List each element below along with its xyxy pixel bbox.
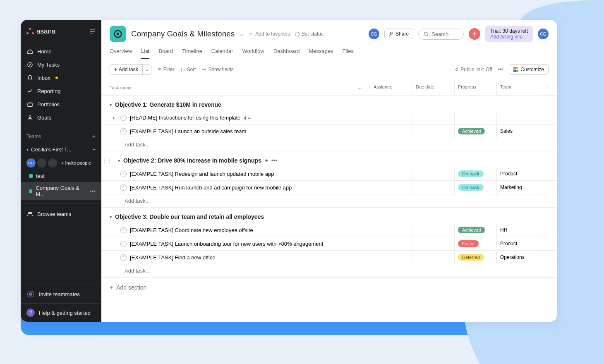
project-dropdown-chevron[interactable]: ⌄ [240,31,244,37]
project-title[interactable]: Company Goals & Milestones [131,29,235,38]
due-date-cell[interactable] [412,237,454,250]
tab-files[interactable]: Files [343,48,354,59]
progress-pill[interactable]: Failed [458,240,479,247]
complete-task-checkbox[interactable] [120,115,127,121]
team-cell[interactable] [496,111,539,124]
add-task-inline[interactable]: Add task... [101,194,557,208]
team-cell[interactable]: Product [496,237,539,250]
add-billing-link[interactable]: Add billing info [490,34,528,40]
project-item-test[interactable]: test [21,170,101,182]
add-task-to-section-icon[interactable]: + [265,157,268,164]
nav-inbox[interactable]: Inbox [21,71,101,84]
column-due-date[interactable]: Due date [412,80,454,95]
section-more-icon[interactable]: ••• [271,157,278,164]
progress-cell[interactable]: Achieved [454,125,496,138]
filter-button[interactable]: Filter [157,67,175,72]
nav-my-tasks[interactable]: My Tasks [21,58,101,71]
progress-pill[interactable]: Achieved [458,227,485,233]
tab-workflow[interactable]: Workflow [242,48,264,59]
browse-teams[interactable]: Browse teams [21,207,101,220]
add-to-favorites[interactable]: ☆ Add to favorites [249,31,290,37]
assignee-cell[interactable] [370,223,412,237]
progress-cell[interactable]: Deferred [454,251,496,264]
team-cell[interactable]: Sales [496,125,539,138]
complete-task-checkbox[interactable] [120,128,127,134]
collapse-section-icon[interactable]: ▾ [110,103,112,107]
search-input[interactable] [431,31,460,37]
customize-button[interactable]: Customize [509,64,549,75]
section-header[interactable]: ⋮⋮▾Objective 2: Drive 80% Increase in mo… [101,151,557,167]
nav-goals[interactable]: Goals [21,111,101,124]
column-assignee[interactable]: Assignee [370,80,412,95]
tab-calendar[interactable]: Calendar [211,48,233,59]
section-header[interactable]: ▾Objective 3: Double our team and retain… [101,208,557,223]
task-row[interactable]: [EXAMPLE TASK] Run launch and ad campaig… [101,181,557,194]
nav-portfolios[interactable]: Portfolios [21,98,101,111]
add-column-button[interactable]: + [539,80,557,95]
add-task-inline[interactable]: Add task... [101,138,557,151]
column-progress[interactable]: Progress [454,80,496,95]
progress-cell[interactable] [454,111,496,124]
avatar[interactable]: CG [26,158,36,168]
global-add-button[interactable]: + [469,28,480,40]
complete-task-checkbox[interactable] [120,241,127,247]
drag-handle-icon[interactable]: ⋮⋮ [102,158,112,163]
progress-pill[interactable]: Deferred [458,254,484,261]
member-avatar[interactable]: CG [369,29,379,39]
assignee-cell[interactable] [370,167,412,180]
tab-overview[interactable]: Overview [110,48,132,59]
due-date-cell[interactable] [412,167,454,180]
collapse-section-icon[interactable]: ▾ [118,158,120,163]
nav-home[interactable]: Home [21,45,101,58]
project-more-icon[interactable]: ••• [90,188,96,194]
task-row[interactable]: ▸[READ ME] Instructions for using this t… [101,111,557,125]
task-row[interactable]: [EXAMPLE TASK] Launch an outside sales t… [101,125,557,138]
column-team[interactable]: Team [496,80,539,95]
assignee-cell[interactable] [370,125,412,138]
add-team-button[interactable]: + [92,133,96,140]
task-row[interactable]: [EXAMPLE TASK] Redesign and launch updat… [101,167,557,181]
assignee-cell[interactable] [370,237,412,250]
public-link-toggle[interactable]: Public link: Off [455,67,492,72]
tab-list[interactable]: List [141,48,149,59]
team-cell[interactable]: HR [496,223,539,237]
chevron-down-icon[interactable]: ⌄ [357,85,362,91]
nav-reporting[interactable]: Reporting [21,84,101,98]
add-task-button[interactable]: + Add task [110,64,143,75]
set-status[interactable]: Set status [295,31,324,37]
help-getting-started[interactable]: ? Help & getting started [21,303,101,322]
due-date-cell[interactable] [412,223,454,237]
add-to-team-button[interactable]: + [92,146,96,153]
task-row[interactable]: [EXAMPLE TASK] Coordinate new employee o… [101,223,557,237]
task-row[interactable]: [EXAMPLE TASK] Launch onboarding tour fo… [101,237,557,251]
progress-pill[interactable]: On track [458,170,484,177]
project-item-company-goals[interactable]: Company Goals & M... ••• [21,182,101,200]
progress-pill[interactable]: Achieved [458,128,485,134]
complete-task-checkbox[interactable] [120,184,127,191]
tab-dashboard[interactable]: Dashboard [273,48,300,59]
team-cell[interactable]: Product [496,167,539,180]
tab-board[interactable]: Board [158,48,173,59]
progress-pill[interactable]: On track [458,184,484,191]
add-task-dropdown[interactable]: ⌄ [143,64,151,75]
complete-task-checkbox[interactable] [120,171,127,177]
sort-button[interactable]: ↑↓Sort [180,67,196,72]
team-cell[interactable]: Operations [496,251,539,264]
section-header[interactable]: ▾Objective 1: Generate $10M in revenue [101,96,557,111]
show-fields-button[interactable]: Show fields [201,67,233,72]
team-cell[interactable]: Marketing [496,181,539,194]
column-task-name[interactable]: Task name⌄ [101,80,370,95]
task-row[interactable]: [EXAMPLE TASK] Find a new officeDeferred… [101,251,557,264]
due-date-cell[interactable] [412,111,454,124]
due-date-cell[interactable] [412,251,454,264]
invite-teammates[interactable]: Invite teammates [21,285,101,303]
avatar-empty[interactable] [48,158,57,168]
assignee-cell[interactable] [370,251,412,264]
user-avatar[interactable]: CG [538,29,549,39]
assignee-cell[interactable] [370,181,412,194]
tab-messages[interactable]: Messages [309,48,333,59]
avatar-empty[interactable] [37,158,46,168]
progress-cell[interactable]: Failed [454,237,496,250]
expand-task-icon[interactable]: ▸ [113,115,117,120]
collapse-sidebar-icon[interactable] [89,28,96,35]
